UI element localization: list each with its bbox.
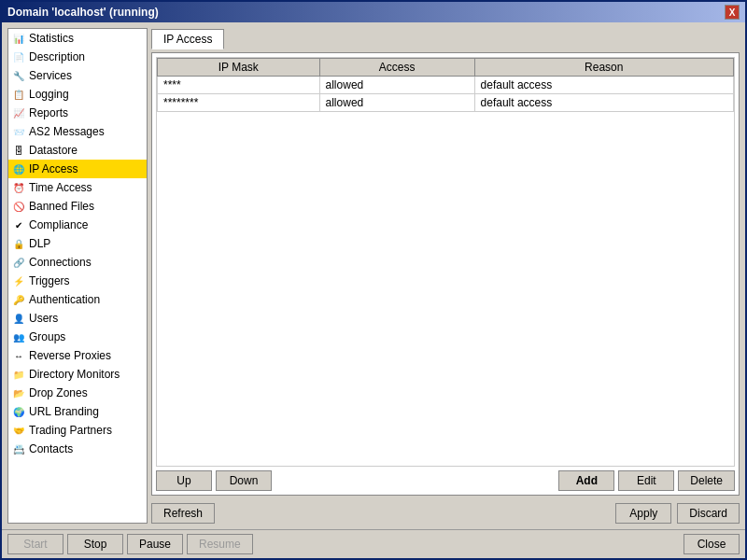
- ip-access-table: IP Mask Access Reason ****alloweddefault…: [157, 58, 734, 112]
- compliance-icon: ✔: [12, 218, 25, 231]
- users-icon: 👤: [12, 312, 25, 325]
- stop-button[interactable]: Stop: [67, 534, 123, 554]
- start-button[interactable]: Start: [7, 534, 63, 554]
- sidebar-label-urlbranding: URL Branding: [29, 405, 99, 418]
- tab-bar: IP Access: [151, 28, 740, 49]
- sidebar-item-reverseproxies[interactable]: ↔Reverse Proxies: [8, 346, 147, 365]
- sidebar-item-dropzones[interactable]: 📂Drop Zones: [8, 384, 147, 402]
- main-window: Domain 'localhost' (running) X 📊Statisti…: [0, 0, 747, 560]
- groups-icon: 👥: [12, 330, 25, 343]
- sidebar-label-description: Description: [29, 50, 85, 63]
- description-icon: 📄: [12, 50, 25, 63]
- sidebar-item-dlp[interactable]: 🔒DLP: [8, 234, 147, 253]
- as2messages-icon: 📨: [12, 125, 25, 138]
- footer-bar: Start Stop Pause Resume Close: [2, 529, 745, 558]
- sidebar-item-services[interactable]: 🔧Services: [8, 66, 147, 85]
- directorymonitors-icon: 📁: [12, 368, 25, 381]
- edit-button[interactable]: Edit: [618, 470, 674, 491]
- sidebar-label-bannedfiles: Banned Files: [29, 200, 94, 213]
- col-reason: Reason: [474, 59, 733, 77]
- sidebar-item-authentication[interactable]: 🔑Authentication: [8, 290, 147, 309]
- close-icon[interactable]: X: [725, 5, 740, 20]
- bannedfiles-icon: 🚫: [12, 200, 25, 213]
- sidebar-label-directorymonitors: Directory Monitors: [29, 368, 120, 381]
- sidebar-item-as2messages[interactable]: 📨AS2 Messages: [8, 122, 147, 141]
- sidebar-label-authentication: Authentication: [29, 293, 100, 306]
- ipaccess-icon: 🌐: [12, 162, 25, 175]
- main-area: 📊Statistics📄Description🔧Services📋Logging…: [7, 28, 740, 524]
- table-button-row: Up Down Add Edit Delete: [156, 467, 735, 491]
- sidebar-item-reports[interactable]: 📈Reports: [8, 104, 147, 122]
- sidebar-label-contacts: Contacts: [29, 442, 73, 455]
- down-button[interactable]: Down: [216, 470, 272, 491]
- reverseproxies-icon: ↔: [12, 349, 25, 362]
- sidebar-item-bannedfiles[interactable]: 🚫Banned Files: [8, 197, 147, 216]
- window-content: 📊Statistics📄Description🔧Services📋Logging…: [2, 22, 745, 529]
- sidebar-item-urlbranding[interactable]: 🌍URL Branding: [8, 402, 147, 421]
- sidebar: 📊Statistics📄Description🔧Services📋Logging…: [7, 28, 148, 524]
- pause-button[interactable]: Pause: [127, 534, 183, 554]
- bottom-button-row: Refresh Apply Discard: [151, 499, 740, 524]
- sidebar-label-dlp: DLP: [29, 237, 50, 250]
- sidebar-label-dropzones: Drop Zones: [29, 386, 88, 399]
- apply-button[interactable]: Apply: [615, 503, 671, 524]
- sidebar-label-users: Users: [29, 312, 58, 325]
- sidebar-label-statistics: Statistics: [29, 32, 74, 45]
- sidebar-label-reverseproxies: Reverse Proxies: [29, 349, 111, 362]
- sidebar-label-tradingpartners: Trading Partners: [29, 424, 112, 437]
- sidebar-item-datastore[interactable]: 🗄Datastore: [8, 141, 147, 160]
- table-row[interactable]: ********alloweddefault access: [158, 94, 734, 112]
- table-container: IP Mask Access Reason ****alloweddefault…: [156, 57, 735, 467]
- sidebar-item-timeaccess[interactable]: ⏰Time Access: [8, 178, 147, 197]
- delete-button[interactable]: Delete: [678, 470, 735, 491]
- window-title: Domain 'localhost' (running): [7, 6, 159, 19]
- statistics-icon: 📊: [12, 32, 25, 45]
- sidebar-item-ipaccess[interactable]: 🌐IP Access: [8, 160, 147, 178]
- reports-icon: 📈: [12, 106, 25, 119]
- dropzones-icon: 📂: [12, 386, 25, 399]
- services-icon: 🔧: [12, 69, 25, 82]
- sidebar-label-connections: Connections: [29, 256, 92, 269]
- col-access: Access: [319, 59, 474, 77]
- title-bar: Domain 'localhost' (running) X: [2, 2, 745, 22]
- sidebar-item-connections[interactable]: 🔗Connections: [8, 253, 147, 272]
- datastore-icon: 🗄: [12, 144, 25, 157]
- tradingpartners-icon: 🤝: [12, 424, 25, 437]
- refresh-button[interactable]: Refresh: [151, 503, 215, 524]
- urlbranding-icon: 🌍: [12, 405, 25, 418]
- up-button[interactable]: Up: [156, 470, 212, 491]
- sidebar-item-users[interactable]: 👤Users: [8, 309, 147, 328]
- right-panel: IP Access IP Mask Access Reason: [151, 28, 740, 524]
- table-row[interactable]: ****alloweddefault access: [158, 77, 734, 94]
- sidebar-label-services: Services: [29, 69, 72, 82]
- sidebar-item-triggers[interactable]: ⚡Triggers: [8, 272, 147, 290]
- dlp-icon: 🔒: [12, 237, 25, 250]
- sidebar-item-groups[interactable]: 👥Groups: [8, 328, 147, 346]
- sidebar-label-reports: Reports: [29, 106, 68, 119]
- col-ipmask: IP Mask: [158, 59, 320, 77]
- sidebar-item-description[interactable]: 📄Description: [8, 48, 147, 66]
- tab-ipaccess[interactable]: IP Access: [151, 29, 224, 49]
- sidebar-label-logging: Logging: [29, 88, 69, 101]
- sidebar-label-triggers: Triggers: [29, 274, 70, 287]
- sidebar-label-groups: Groups: [29, 330, 65, 343]
- add-button[interactable]: Add: [558, 470, 614, 491]
- sidebar-item-directorymonitors[interactable]: 📁Directory Monitors: [8, 365, 147, 384]
- sidebar-label-compliance: Compliance: [29, 218, 88, 231]
- contacts-icon: 📇: [12, 442, 25, 455]
- content-panel: IP Mask Access Reason ****alloweddefault…: [151, 52, 740, 496]
- close-button[interactable]: Close: [684, 534, 740, 554]
- sidebar-label-ipaccess: IP Access: [29, 162, 78, 175]
- sidebar-label-as2messages: AS2 Messages: [29, 125, 105, 138]
- connections-icon: 🔗: [12, 256, 25, 269]
- resume-button[interactable]: Resume: [187, 534, 253, 554]
- logging-icon: 📋: [12, 88, 25, 101]
- sidebar-item-statistics[interactable]: 📊Statistics: [8, 29, 147, 48]
- sidebar-item-logging[interactable]: 📋Logging: [8, 85, 147, 104]
- sidebar-item-contacts[interactable]: 📇Contacts: [8, 440, 147, 458]
- sidebar-label-datastore: Datastore: [29, 144, 78, 157]
- discard-button[interactable]: Discard: [677, 503, 740, 524]
- timeaccess-icon: ⏰: [12, 181, 25, 194]
- sidebar-item-compliance[interactable]: ✔Compliance: [8, 216, 147, 234]
- sidebar-item-tradingpartners[interactable]: 🤝Trading Partners: [8, 421, 147, 440]
